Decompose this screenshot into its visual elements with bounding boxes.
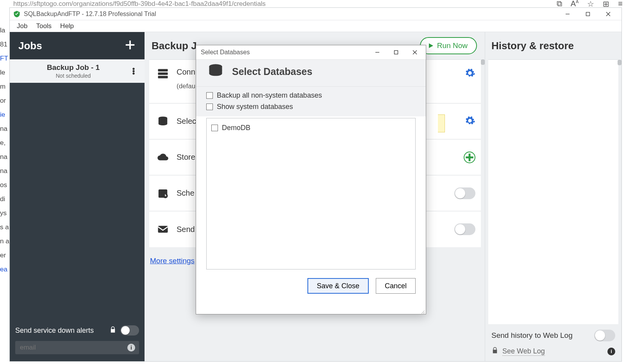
info-icon[interactable]: i — [127, 344, 135, 352]
checkbox-icon — [211, 125, 218, 131]
titlebar: SQLBackupAndFTP - 12.7.18 Professional T… — [10, 8, 621, 20]
database-icon — [156, 116, 170, 127]
history-scrollbar[interactable] — [618, 60, 621, 65]
service-down-alerts-row: Send service down alerts — [15, 325, 139, 335]
window-minimize-button[interactable] — [557, 8, 578, 20]
menu-tools[interactable]: Tools — [33, 21, 55, 31]
svg-marker-6 — [429, 43, 433, 48]
dialog-titlebar: Select Databases — [196, 45, 426, 59]
svg-rect-9 — [158, 76, 168, 78]
svg-rect-16 — [158, 226, 168, 233]
lock-icon — [109, 326, 116, 335]
save-close-button[interactable]: Save & Close — [307, 278, 369, 294]
add-job-button[interactable] — [124, 39, 136, 52]
dialog-title: Select Databases — [201, 49, 370, 56]
browser-url-hint: https://sftptogo.com/organizations/f9d50… — [0, 0, 625, 8]
mail-icon — [156, 223, 170, 235]
jobs-title: Jobs — [18, 40, 42, 52]
weblog-row: Send history to Web Log — [491, 330, 615, 341]
row-select-title: Selec — [177, 117, 196, 126]
see-web-log-link[interactable]: See Web Log — [502, 347, 545, 356]
row-send-toggle[interactable] — [454, 223, 475, 235]
row-store-add-button[interactable] — [464, 152, 475, 163]
cloud-icon — [156, 152, 170, 163]
history-panel: History & restore Send history to Web Lo… — [485, 32, 621, 361]
row-schedule-toggle[interactable] — [454, 187, 475, 199]
hint-badge — [438, 114, 445, 132]
row-connect-title: Conn — [177, 68, 195, 77]
occluded-page-text: la81FTlemorienae,nanaosdiyss an aerea — [0, 23, 9, 336]
svg-rect-7 — [158, 69, 168, 71]
menu-job[interactable]: Job — [14, 21, 30, 31]
server-icon — [156, 68, 170, 79]
run-now-button[interactable]: Run Now — [420, 37, 477, 54]
database-icon — [206, 63, 225, 80]
center-scrollbar[interactable] — [481, 59, 485, 361]
app-title: SQLBackupAndFTP - 12.7.18 Professional T… — [24, 11, 156, 18]
service-down-alerts-toggle[interactable] — [120, 325, 139, 335]
backup-all-label: Backup all non-system databases — [217, 91, 322, 100]
weblog-label: Send history to Web Log — [491, 331, 590, 340]
service-down-alerts-label: Send service down alerts — [15, 326, 105, 335]
row-send-title: Send — [177, 225, 195, 234]
center-title: Backup J — [152, 40, 197, 52]
row-select-gear-button[interactable] — [464, 115, 475, 128]
svg-line-24 — [424, 313, 425, 314]
svg-line-22 — [421, 310, 425, 314]
show-system-label: Show system databases — [217, 103, 293, 111]
job-item-title: Backup Job - 1 — [17, 63, 130, 72]
row-connect-gear-button[interactable] — [464, 68, 475, 80]
svg-rect-18 — [395, 51, 398, 54]
lock-icon — [491, 347, 498, 356]
info-icon[interactable]: i — [607, 348, 615, 355]
dialog-maximize-button[interactable] — [388, 47, 404, 58]
backup-all-checkbox[interactable]: Backup all non-system databases — [206, 90, 416, 101]
job-item-status: Not scheduled — [17, 73, 130, 79]
weblog-toggle[interactable] — [594, 330, 615, 341]
job-item[interactable]: Backup Job - 1 Not scheduled ••• — [10, 59, 145, 83]
menu-help[interactable]: Help — [57, 21, 77, 31]
dialog-heading: Select Databases — [232, 66, 312, 77]
dialog-header: Select Databases — [196, 59, 426, 87]
row-schedule-title: Sche — [177, 189, 195, 198]
cancel-button[interactable]: Cancel — [376, 278, 416, 294]
show-system-checkbox[interactable]: Show system databases — [206, 101, 416, 112]
database-list: DemoDB — [206, 118, 416, 269]
window-maximize-button[interactable] — [578, 8, 598, 20]
select-databases-dialog: Select Databases Select Databases Backup… — [196, 45, 426, 314]
database-item-label: DemoDB — [222, 124, 250, 132]
calendar-clock-icon — [156, 187, 170, 199]
database-item[interactable]: DemoDB — [211, 122, 411, 134]
row-connect-sub: (defau — [177, 82, 195, 90]
dialog-minimize-button[interactable] — [370, 47, 385, 58]
checkbox-icon — [206, 103, 213, 110]
run-now-label: Run Now — [437, 41, 468, 50]
history-title: History & restore — [485, 32, 621, 59]
app-logo-icon — [13, 10, 21, 18]
history-list — [488, 59, 618, 324]
window-close-button[interactable] — [598, 8, 618, 20]
checkbox-icon — [206, 92, 213, 99]
job-item-menu-button[interactable]: ••• — [130, 68, 138, 75]
dialog-close-button[interactable] — [407, 47, 423, 58]
alerts-email-input[interactable] — [19, 343, 124, 352]
jobs-sidebar: Jobs Backup Job - 1 Not scheduled ••• Se… — [10, 32, 145, 361]
svg-rect-8 — [158, 73, 168, 75]
svg-rect-1 — [586, 12, 590, 16]
alerts-email-field[interactable]: i — [15, 341, 139, 354]
menubar: Job Tools Help — [10, 20, 621, 32]
resize-grip-icon[interactable] — [420, 309, 425, 313]
row-store-title: Store — [177, 153, 195, 162]
jobs-header: Jobs — [10, 32, 145, 59]
